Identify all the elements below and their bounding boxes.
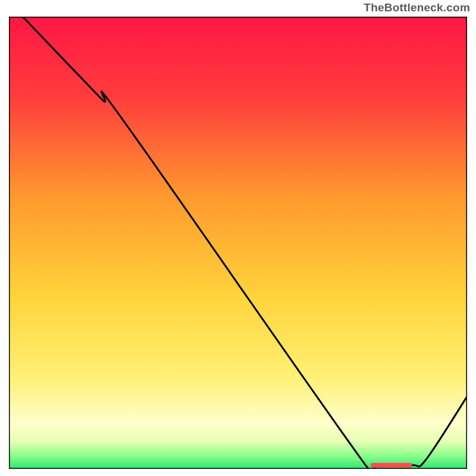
gradient-background <box>9 17 467 469</box>
chart-container <box>9 17 467 469</box>
attribution-label: TheBottleneck.com <box>364 1 470 14</box>
optimal-zone-marker <box>371 463 412 468</box>
bottleneck-curve-chart <box>9 17 467 469</box>
